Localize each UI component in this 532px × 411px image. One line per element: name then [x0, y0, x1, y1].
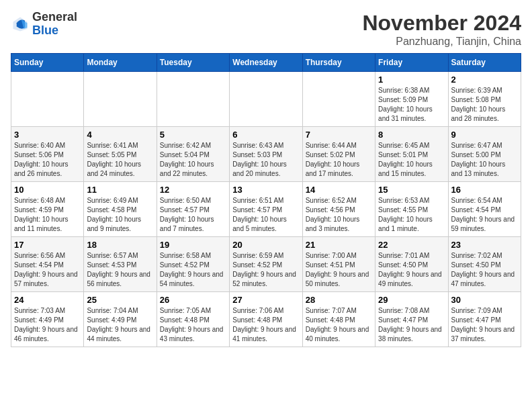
week-row-4: 17Sunrise: 6:56 AM Sunset: 4:54 PM Dayli… [11, 237, 521, 292]
day-cell: 11Sunrise: 6:49 AM Sunset: 4:58 PM Dayli… [84, 182, 157, 237]
day-number: 8 [378, 130, 445, 140]
day-info: Sunrise: 7:01 AM Sunset: 4:50 PM Dayligh… [378, 251, 445, 289]
page-header: General Blue November 2024 Panzhuang, Ti… [11, 11, 521, 48]
day-number: 11 [87, 185, 153, 195]
day-cell: 12Sunrise: 6:50 AM Sunset: 4:57 PM Dayli… [157, 182, 229, 237]
month-title: November 2024 [362, 11, 521, 36]
day-info: Sunrise: 7:02 AM Sunset: 4:50 PM Dayligh… [451, 251, 518, 289]
day-info: Sunrise: 6:59 AM Sunset: 4:52 PM Dayligh… [232, 251, 299, 289]
weekday-header-tuesday: Tuesday [157, 54, 229, 72]
week-row-1: 1Sunrise: 6:38 AM Sunset: 5:09 PM Daylig… [11, 72, 521, 127]
day-number: 16 [451, 185, 518, 195]
week-row-5: 24Sunrise: 7:03 AM Sunset: 4:49 PM Dayli… [11, 292, 521, 347]
day-number: 10 [14, 185, 81, 195]
day-number: 3 [14, 130, 81, 140]
day-cell: 7Sunrise: 6:44 AM Sunset: 5:02 PM Daylig… [302, 127, 375, 182]
day-info: Sunrise: 6:39 AM Sunset: 5:08 PM Dayligh… [451, 86, 518, 124]
day-info: Sunrise: 6:51 AM Sunset: 4:57 PM Dayligh… [232, 196, 299, 234]
day-info: Sunrise: 6:57 AM Sunset: 4:53 PM Dayligh… [87, 251, 153, 289]
day-number: 28 [306, 295, 372, 305]
day-cell: 25Sunrise: 7:04 AM Sunset: 4:49 PM Dayli… [84, 292, 157, 347]
day-cell: 17Sunrise: 6:56 AM Sunset: 4:54 PM Dayli… [11, 237, 84, 292]
day-cell: 3Sunrise: 6:40 AM Sunset: 5:06 PM Daylig… [11, 127, 84, 182]
day-cell: 26Sunrise: 7:05 AM Sunset: 4:48 PM Dayli… [157, 292, 229, 347]
weekday-header-saturday: Saturday [448, 54, 521, 72]
weekday-header-wednesday: Wednesday [230, 54, 302, 72]
day-cell: 13Sunrise: 6:51 AM Sunset: 4:57 PM Dayli… [230, 182, 302, 237]
weekday-header-thursday: Thursday [302, 54, 375, 72]
day-info: Sunrise: 7:05 AM Sunset: 4:48 PM Dayligh… [160, 306, 226, 344]
day-cell: 20Sunrise: 6:59 AM Sunset: 4:52 PM Dayli… [230, 237, 302, 292]
day-number: 20 [232, 240, 299, 250]
day-cell: 19Sunrise: 6:58 AM Sunset: 4:52 PM Dayli… [157, 237, 229, 292]
weekday-header-sunday: Sunday [11, 54, 84, 72]
location: Panzhuang, Tianjin, China [362, 36, 521, 48]
logo-general-text: General [32, 10, 77, 24]
day-number: 9 [451, 130, 518, 140]
day-cell: 8Sunrise: 6:45 AM Sunset: 5:01 PM Daylig… [375, 127, 448, 182]
day-info: Sunrise: 6:40 AM Sunset: 5:06 PM Dayligh… [14, 141, 81, 179]
day-info: Sunrise: 7:08 AM Sunset: 4:47 PM Dayligh… [378, 306, 445, 344]
day-number: 30 [451, 295, 518, 305]
weekday-row: SundayMondayTuesdayWednesdayThursdayFrid… [11, 54, 521, 72]
day-info: Sunrise: 6:45 AM Sunset: 5:01 PM Dayligh… [378, 141, 445, 179]
day-cell [157, 72, 229, 127]
day-number: 29 [378, 295, 445, 305]
day-cell [302, 72, 375, 127]
day-info: Sunrise: 7:03 AM Sunset: 4:49 PM Dayligh… [14, 306, 81, 344]
day-info: Sunrise: 7:07 AM Sunset: 4:48 PM Dayligh… [306, 306, 372, 344]
day-number: 2 [451, 75, 518, 85]
day-cell [230, 72, 302, 127]
day-info: Sunrise: 6:58 AM Sunset: 4:52 PM Dayligh… [160, 251, 226, 289]
day-number: 23 [451, 240, 518, 250]
day-cell: 1Sunrise: 6:38 AM Sunset: 5:09 PM Daylig… [375, 72, 448, 127]
day-info: Sunrise: 6:47 AM Sunset: 5:00 PM Dayligh… [451, 141, 518, 179]
day-number: 21 [306, 240, 372, 250]
day-cell: 10Sunrise: 6:48 AM Sunset: 4:59 PM Dayli… [11, 182, 84, 237]
calendar-table: SundayMondayTuesdayWednesdayThursdayFrid… [11, 53, 521, 347]
day-cell: 28Sunrise: 7:07 AM Sunset: 4:48 PM Dayli… [302, 292, 375, 347]
day-number: 12 [160, 185, 226, 195]
day-cell: 24Sunrise: 7:03 AM Sunset: 4:49 PM Dayli… [11, 292, 84, 347]
day-number: 14 [306, 185, 372, 195]
logo-icon [11, 15, 30, 34]
day-info: Sunrise: 6:44 AM Sunset: 5:02 PM Dayligh… [306, 141, 372, 179]
day-number: 4 [87, 130, 153, 140]
day-info: Sunrise: 6:42 AM Sunset: 5:04 PM Dayligh… [160, 141, 226, 179]
day-info: Sunrise: 6:43 AM Sunset: 5:03 PM Dayligh… [232, 141, 299, 179]
day-info: Sunrise: 6:48 AM Sunset: 4:59 PM Dayligh… [14, 196, 81, 234]
day-info: Sunrise: 6:50 AM Sunset: 4:57 PM Dayligh… [160, 196, 226, 234]
day-info: Sunrise: 6:49 AM Sunset: 4:58 PM Dayligh… [87, 196, 153, 234]
day-info: Sunrise: 6:53 AM Sunset: 4:55 PM Dayligh… [378, 196, 445, 234]
week-row-3: 10Sunrise: 6:48 AM Sunset: 4:59 PM Dayli… [11, 182, 521, 237]
week-row-2: 3Sunrise: 6:40 AM Sunset: 5:06 PM Daylig… [11, 127, 521, 182]
day-number: 1 [378, 75, 445, 85]
day-cell: 6Sunrise: 6:43 AM Sunset: 5:03 PM Daylig… [230, 127, 302, 182]
logo-blue-text: Blue [32, 24, 58, 37]
calendar-header: SundayMondayTuesdayWednesdayThursdayFrid… [11, 54, 521, 72]
day-cell: 30Sunrise: 7:09 AM Sunset: 4:47 PM Dayli… [448, 292, 521, 347]
day-info: Sunrise: 7:06 AM Sunset: 4:48 PM Dayligh… [232, 306, 299, 344]
day-cell: 18Sunrise: 6:57 AM Sunset: 4:53 PM Dayli… [84, 237, 157, 292]
day-cell: 2Sunrise: 6:39 AM Sunset: 5:08 PM Daylig… [448, 72, 521, 127]
day-number: 25 [87, 295, 153, 305]
day-number: 26 [160, 295, 226, 305]
day-info: Sunrise: 7:00 AM Sunset: 4:51 PM Dayligh… [306, 251, 372, 289]
day-cell: 15Sunrise: 6:53 AM Sunset: 4:55 PM Dayli… [375, 182, 448, 237]
day-cell: 21Sunrise: 7:00 AM Sunset: 4:51 PM Dayli… [302, 237, 375, 292]
day-cell [84, 72, 157, 127]
day-cell [11, 72, 84, 127]
day-cell: 4Sunrise: 6:41 AM Sunset: 5:05 PM Daylig… [84, 127, 157, 182]
day-number: 27 [232, 295, 299, 305]
day-info: Sunrise: 6:54 AM Sunset: 4:54 PM Dayligh… [451, 196, 518, 234]
day-info: Sunrise: 6:52 AM Sunset: 4:56 PM Dayligh… [306, 196, 372, 234]
day-number: 5 [160, 130, 226, 140]
day-number: 19 [160, 240, 226, 250]
day-number: 24 [14, 295, 81, 305]
day-cell: 14Sunrise: 6:52 AM Sunset: 4:56 PM Dayli… [302, 182, 375, 237]
day-number: 7 [306, 130, 372, 140]
logo: General Blue [11, 11, 77, 38]
weekday-header-friday: Friday [375, 54, 448, 72]
day-cell: 29Sunrise: 7:08 AM Sunset: 4:47 PM Dayli… [375, 292, 448, 347]
day-number: 22 [378, 240, 445, 250]
